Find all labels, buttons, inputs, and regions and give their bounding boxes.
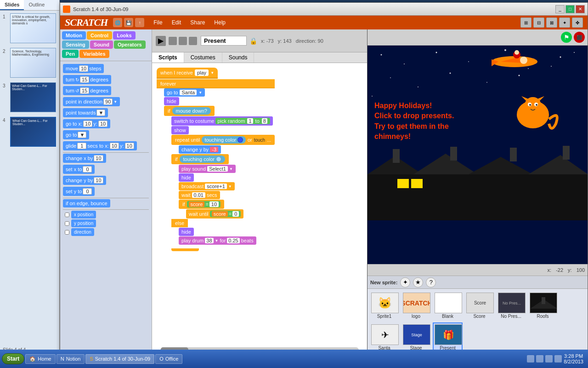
block-wait-until[interactable]: wait until score = 0 bbox=[186, 209, 275, 219]
view-btn-1[interactable]: ⊞ bbox=[520, 17, 531, 28]
stop-button[interactable]: ⬛ bbox=[574, 32, 585, 43]
list-item[interactable]: 3 What Can Game-L... For Studen... bbox=[2, 81, 57, 113]
view-btn-5[interactable]: ✤ bbox=[572, 17, 583, 28]
globe-icon[interactable]: 🌐 bbox=[113, 18, 122, 27]
y-position-block[interactable]: y position bbox=[71, 219, 96, 227]
direction-checkbox[interactable] bbox=[65, 230, 69, 235]
sprite-cell-sprite1[interactable]: 🐱 Sprite1 bbox=[369, 291, 399, 321]
change-x-block[interactable]: change x by 10 bbox=[63, 154, 149, 163]
glide-y-input[interactable]: 10 bbox=[125, 143, 134, 149]
green-flag-button[interactable]: ⚑ bbox=[561, 32, 572, 43]
block-play-sound[interactable]: play sound Select1 ▼ bbox=[179, 165, 275, 173]
random-to[interactable]: 8 bbox=[262, 118, 267, 124]
block-switch-costume[interactable]: switch to costume pick random 1 to 8 bbox=[171, 116, 275, 126]
tab-sounds[interactable]: Sounds bbox=[222, 52, 254, 63]
block-show[interactable]: show bbox=[171, 126, 275, 135]
taskbar-item-scratch[interactable]: S Scratch 1.4 of 30-Jun-09 bbox=[85, 354, 154, 364]
block-when-receive[interactable]: when I receive play ▼ bbox=[157, 68, 275, 79]
view-btn-4[interactable]: ✦ bbox=[559, 17, 570, 28]
point-towards-dropdown[interactable]: ▼ bbox=[96, 109, 105, 116]
point-dir-input[interactable]: 90 bbox=[103, 98, 113, 105]
x-position-block[interactable]: x position bbox=[71, 211, 96, 218]
change-y-value[interactable]: -3 bbox=[210, 147, 218, 152]
start-button[interactable]: Start bbox=[2, 353, 24, 364]
wait-until-val[interactable]: 0 bbox=[232, 211, 239, 217]
block-play-drum[interactable]: play drum 38 ▼ for 0.25 beats bbox=[179, 236, 275, 245]
set-y-block[interactable]: set y to 0 bbox=[63, 187, 149, 196]
x-position-checkbox[interactable] bbox=[65, 213, 69, 217]
hide-block[interactable]: hide bbox=[164, 97, 179, 105]
glide-block[interactable]: glide 1 secs to x: 10 y: 10 bbox=[63, 141, 149, 150]
view-btn-2[interactable]: ⊟ bbox=[533, 17, 544, 28]
block-repeat-until[interactable]: repeat until touching color or touch... bbox=[171, 135, 275, 145]
turn-ccw-block[interactable]: turn ↺ 15 degrees bbox=[63, 86, 149, 95]
turn-ccw-input[interactable]: 15 bbox=[80, 87, 89, 94]
when-receive-event[interactable]: play bbox=[195, 69, 209, 76]
point-direction-block[interactable]: point in direction 90 ▼ bbox=[63, 97, 149, 106]
direction-block[interactable]: direction bbox=[71, 228, 94, 236]
go-to-xy-block[interactable]: go to x: 10 y: 10 bbox=[63, 119, 149, 128]
file-sprite-tool[interactable]: ? bbox=[426, 277, 436, 288]
sprite-cell-nopres[interactable]: No Pres... No Pres... bbox=[496, 291, 526, 321]
block-forever[interactable]: forever bbox=[157, 79, 275, 88]
list-item[interactable]: 2 Science, Technology, Mathematics, Engi… bbox=[2, 47, 57, 79]
y-position-checkbox[interactable] bbox=[65, 221, 69, 226]
slide-thumbnail[interactable]: What Can Game-L... For Studen... bbox=[10, 117, 56, 147]
random-from[interactable]: 1 bbox=[247, 118, 253, 124]
taskbar-item-notion[interactable]: N Notion bbox=[57, 354, 85, 364]
save-icon[interactable]: 💾 bbox=[124, 18, 133, 27]
photo-sprite-tool[interactable]: ★ bbox=[413, 277, 423, 288]
list-item[interactable]: 4 What Can Game-L... For Studen... bbox=[2, 116, 57, 148]
change-y-input[interactable]: 10 bbox=[94, 177, 103, 184]
minimize-button[interactable]: _ bbox=[555, 5, 565, 13]
category-motion[interactable]: Motion bbox=[62, 31, 86, 40]
sprite-cell-present[interactable]: 🎁 Present bbox=[433, 322, 463, 352]
set-y-input[interactable]: 0 bbox=[83, 188, 92, 195]
edit-menu[interactable]: Edit bbox=[168, 18, 185, 27]
category-looks[interactable]: Looks bbox=[113, 31, 135, 40]
slide-thumbnail[interactable]: STEM is critical for growth, innovation,… bbox=[10, 13, 56, 43]
go-to-y-input[interactable]: 10 bbox=[98, 121, 107, 127]
block-broadcast[interactable]: broadcast score+1 ▼ bbox=[179, 182, 275, 191]
point-towards-block[interactable]: point towards ▼ bbox=[63, 108, 149, 117]
category-operators[interactable]: Operators bbox=[114, 40, 146, 49]
glide-secs-input[interactable]: 1 bbox=[77, 143, 86, 149]
turn-cw-input[interactable]: 15 bbox=[80, 76, 89, 83]
broadcast-message[interactable]: score+1 bbox=[205, 184, 226, 189]
drum-for[interactable]: 0.25 bbox=[227, 238, 239, 243]
change-x-input[interactable]: 10 bbox=[94, 155, 103, 161]
share-menu[interactable]: Share bbox=[187, 18, 209, 27]
block-hide-3[interactable]: hide bbox=[179, 228, 275, 236]
maximize-button[interactable]: □ bbox=[565, 5, 575, 13]
nav-btn-prev[interactable] bbox=[169, 37, 177, 45]
slides-tab[interactable]: Slides bbox=[0, 0, 24, 10]
set-x-block[interactable]: set x to 0 bbox=[63, 165, 149, 174]
block-if-touching[interactable]: if touching color bbox=[171, 154, 275, 165]
block-change-y[interactable]: change y by -3 bbox=[179, 145, 275, 154]
show-block[interactable]: show bbox=[171, 126, 189, 134]
go-to-dropdown[interactable]: ▼ bbox=[78, 132, 86, 138]
nav-btn-mid[interactable] bbox=[179, 37, 187, 45]
set-x-input[interactable]: 0 bbox=[83, 166, 92, 172]
block-if-score[interactable]: if score = 10 bbox=[179, 200, 275, 209]
sprite-cell-santa[interactable]: ✈ Santa bbox=[369, 322, 399, 352]
go-to-target[interactable]: Santa bbox=[180, 90, 197, 95]
tab-scripts[interactable]: Scripts bbox=[152, 52, 184, 63]
wait-value[interactable]: 0.01 bbox=[192, 192, 205, 198]
go-to-block[interactable]: go to ▼ bbox=[63, 130, 149, 139]
nav-btn-next[interactable] bbox=[189, 37, 197, 45]
sprite-cell-score[interactable]: Score Score bbox=[464, 291, 494, 321]
glide-x-input[interactable]: 10 bbox=[110, 143, 119, 149]
file-menu[interactable]: File bbox=[150, 18, 166, 27]
sprite-cell-roofs[interactable]: Roofs bbox=[528, 291, 558, 321]
tab-costumes[interactable]: Costumes bbox=[184, 52, 222, 63]
help-menu[interactable]: Help bbox=[210, 18, 229, 27]
sprite-name-input[interactable]: Present bbox=[201, 36, 247, 46]
taskbar-item-home[interactable]: 🏠 Home bbox=[25, 354, 55, 364]
paint-sprite-tool[interactable]: ✦ bbox=[400, 277, 410, 288]
if-edge-bounce-block[interactable]: if on edge, bounce bbox=[63, 199, 149, 207]
drum-value[interactable]: 38 bbox=[205, 238, 213, 243]
view-btn-3[interactable]: ⊠ bbox=[546, 17, 557, 28]
hide-block-3[interactable]: hide bbox=[179, 228, 194, 236]
slide-thumbnail[interactable]: What Can Game-L... For Studen... bbox=[10, 82, 56, 112]
